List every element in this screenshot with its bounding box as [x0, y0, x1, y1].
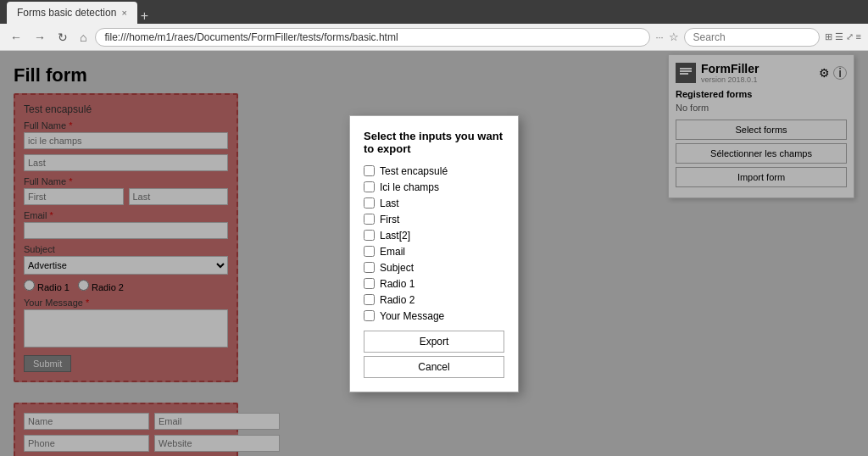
back-btn[interactable]: ←	[7, 29, 25, 46]
reader-icon: ☰	[835, 31, 843, 42]
cancel-button[interactable]: Cancel	[364, 356, 504, 378]
checkbox-label-2: Last	[380, 197, 399, 209]
checkbox-5[interactable]	[364, 246, 375, 257]
checkbox-label-0: Test encapsulé	[380, 165, 448, 177]
checkbox-label-7: Radio 1	[380, 278, 415, 290]
checkbox-2[interactable]	[364, 197, 375, 209]
modal-buttons: Export Cancel	[364, 331, 504, 378]
checkbox-8[interactable]	[364, 294, 375, 305]
checkbox-item: Test encapsulé	[364, 165, 504, 177]
toolbar-icons: ⊞ ☰ ⤢ ≡	[825, 31, 861, 42]
fullscreen-icon: ⤢	[846, 31, 854, 42]
address-bar: ← → ↻ ⌂ ··· ☆ ⊞ ☰ ⤢ ≡	[0, 24, 868, 51]
checkbox-label-3: First	[380, 214, 399, 225]
checkbox-label-6: Subject	[380, 262, 414, 274]
export-modal: Select the inputs you want to export Tes…	[349, 115, 519, 392]
checkbox-item: Last	[364, 197, 504, 209]
checkbox-item: Subject	[364, 262, 504, 274]
checkbox-item: Your Message	[364, 310, 504, 322]
page-content: Fill form Please fill the forms below Te…	[0, 51, 868, 456]
home-btn[interactable]: ⌂	[76, 29, 90, 46]
checkbox-item: Radio 2	[364, 294, 504, 306]
new-tab-btn[interactable]: +	[141, 8, 148, 24]
modal-title: Select the inputs you want to export	[364, 130, 504, 155]
checkbox-0[interactable]	[364, 165, 375, 176]
forward-btn[interactable]: →	[31, 29, 49, 46]
modal-overlay: Select the inputs you want to export Tes…	[0, 51, 868, 456]
checkbox-item: Radio 1	[364, 278, 504, 290]
checkbox-label-4: Last[2]	[380, 230, 410, 242]
bookmark-icon: ☆	[669, 31, 679, 43]
menu-icon: ≡	[856, 31, 861, 42]
checkbox-item: Last[2]	[364, 230, 504, 242]
checkbox-9[interactable]	[364, 310, 375, 321]
checkbox-label-1: Ici le champs	[380, 181, 439, 193]
search-input[interactable]	[684, 28, 820, 47]
extensions-icon: ⊞	[825, 31, 832, 42]
checkbox-item: First	[364, 214, 504, 225]
menu-dots: ···	[655, 32, 663, 42]
export-button[interactable]: Export	[364, 331, 504, 353]
tab-close-btn[interactable]: ×	[121, 8, 126, 18]
checkbox-label-9: Your Message	[380, 310, 444, 322]
checkbox-7[interactable]	[364, 278, 375, 289]
checkbox-list: Test encapsuléIci le champsLastFirstLast…	[364, 165, 504, 322]
reload-btn[interactable]: ↻	[54, 29, 71, 46]
tab-title: Forms basic detection	[17, 7, 116, 19]
browser-tab[interactable]: Forms basic detection ×	[7, 2, 137, 24]
address-input[interactable]	[95, 28, 650, 47]
checkbox-label-8: Radio 2	[380, 294, 415, 306]
checkbox-1[interactable]	[364, 181, 375, 192]
checkbox-label-5: Email	[380, 246, 405, 258]
checkbox-3[interactable]	[364, 214, 375, 225]
checkbox-4[interactable]	[364, 230, 375, 241]
checkbox-item: Email	[364, 246, 504, 258]
checkbox-6[interactable]	[364, 262, 375, 273]
checkbox-item: Ici le champs	[364, 181, 504, 193]
